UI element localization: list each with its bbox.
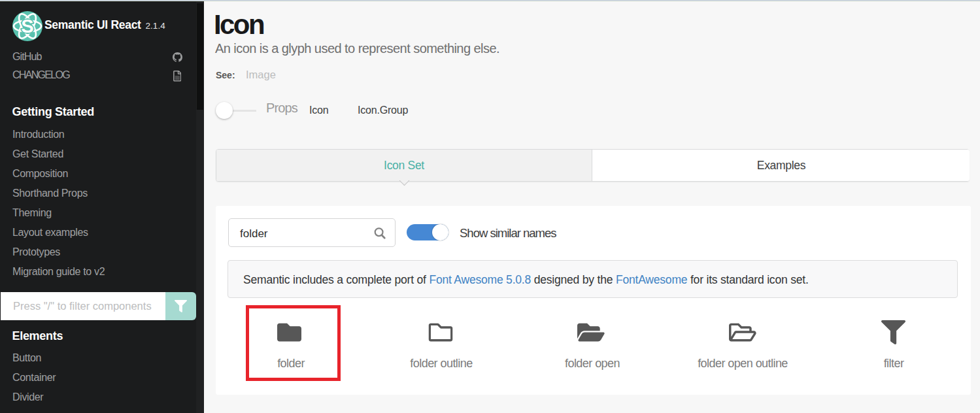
svg-text:S: S <box>21 16 33 37</box>
